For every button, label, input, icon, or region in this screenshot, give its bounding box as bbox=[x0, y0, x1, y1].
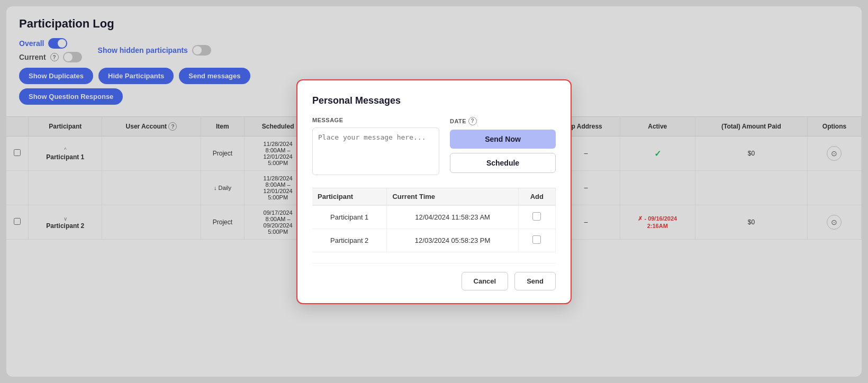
send-now-button[interactable]: Send Now bbox=[450, 130, 556, 149]
modal-row-add[interactable] bbox=[518, 229, 555, 252]
add-checkbox-2[interactable] bbox=[532, 235, 541, 244]
modal-footer: Cancel Send bbox=[312, 263, 556, 290]
modal-row-time: 12/03/2024 05:58:23 PM bbox=[387, 229, 518, 252]
modal-row-participant: Participant 2 bbox=[312, 229, 387, 252]
date-help-icon[interactable]: ? bbox=[468, 117, 477, 125]
schedule-button[interactable]: Schedule bbox=[450, 153, 556, 173]
modal-table-header-row: Participant Current Time Add bbox=[312, 188, 556, 205]
modal-table-row: Participant 1 12/04/2024 11:58:23 AM bbox=[312, 205, 556, 229]
personal-messages-modal: Personal Messages MESSAGE DATE ? Send No… bbox=[296, 79, 572, 304]
modal-row-time: 12/04/2024 11:58:23 AM bbox=[387, 205, 518, 229]
modal-overlay[interactable]: Personal Messages MESSAGE DATE ? Send No… bbox=[0, 0, 868, 383]
message-section: MESSAGE bbox=[312, 117, 439, 177]
message-textarea[interactable] bbox=[312, 127, 439, 175]
modal-col-current-time: Current Time bbox=[387, 188, 518, 205]
modal-row-add[interactable] bbox=[518, 205, 555, 229]
date-section: DATE ? Send Now Schedule bbox=[450, 117, 556, 177]
cancel-button[interactable]: Cancel bbox=[462, 272, 509, 290]
modal-participants-table: Participant Current Time Add Participant… bbox=[312, 188, 556, 252]
modal-table-row: Participant 2 12/03/2024 05:58:23 PM bbox=[312, 229, 556, 252]
modal-title: Personal Messages bbox=[312, 95, 556, 106]
modal-body: MESSAGE DATE ? Send Now Schedule bbox=[312, 117, 556, 177]
modal-col-add: Add bbox=[518, 188, 555, 205]
date-label: DATE ? bbox=[450, 117, 556, 125]
page-background: Participation Log Overall Current ? bbox=[0, 0, 868, 383]
add-checkbox-1[interactable] bbox=[532, 212, 541, 221]
modal-col-participant: Participant bbox=[312, 188, 387, 205]
send-button[interactable]: Send bbox=[514, 272, 556, 290]
message-label: MESSAGE bbox=[312, 117, 439, 123]
modal-row-participant: Participant 1 bbox=[312, 205, 387, 229]
